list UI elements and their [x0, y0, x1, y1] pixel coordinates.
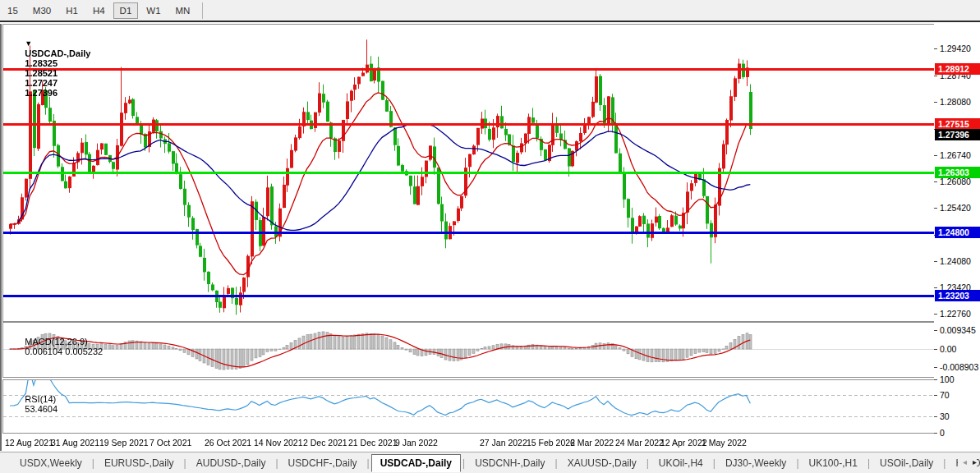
chart-tab-audusd-daily[interactable]: AUDUSD-,Daily — [188, 454, 274, 472]
timeframe-toolbar: 15M30H1H4D1W1MN — [0, 0, 980, 22]
axis-tick-mark — [934, 287, 937, 288]
chart-tab-ukoil-h4[interactable]: UKOil-,H4 — [651, 454, 711, 472]
toolbar-divider — [202, 2, 203, 19]
date-axis-label: 14 Nov 2021 — [254, 438, 303, 448]
tab-separator: | — [367, 457, 370, 469]
chart-tab-usoil-daily[interactable]: USOil-,Daily — [872, 454, 941, 472]
date-axis-label: 12 Aug 2021 — [5, 438, 53, 448]
axis-tick-mark — [934, 181, 937, 182]
tab-separator: | — [713, 457, 715, 469]
date-axis-label: 1 May 2022 — [702, 438, 747, 448]
tab-scroll-arrows: ◂▸ — [958, 457, 977, 466]
rsi-value: 53.4604 — [25, 404, 58, 414]
timeframe-button-h1[interactable]: H1 — [59, 2, 85, 19]
axis-tick-mark — [934, 416, 937, 417]
tab-separator: | — [646, 457, 649, 469]
axis-tick-mark — [934, 379, 937, 380]
date-axis-label: 15 Feb 2022 — [527, 438, 575, 448]
tab-separator: | — [867, 457, 870, 469]
date-axis-label: 2 Dec 2021 — [303, 438, 347, 448]
macd-axis-tick: 0.009345 — [940, 325, 976, 335]
axis-tick-mark — [934, 102, 937, 103]
collapse-triangle-icon[interactable]: ▼ — [25, 39, 32, 48]
chart-tab-usdcnh-daily[interactable]: USDCNH-,Daily — [467, 454, 553, 472]
date-axis-label: 6 Mar 2022 — [570, 438, 614, 448]
date-axis-label: 21 Dec 2021 — [348, 438, 398, 448]
chart-tab-dj30-weekly[interactable]: DJ30-,Weekly — [717, 454, 794, 472]
date-axis-label: 9 Jan 2022 — [395, 438, 438, 448]
price-level-tag: 1.26303 — [935, 167, 980, 178]
tab-separator: | — [555, 457, 558, 469]
rsi-axis-tick: 70 — [940, 390, 950, 400]
macd-name: MACD(12,26,9) — [25, 337, 87, 347]
timeframe-button-mn[interactable]: MN — [169, 2, 197, 19]
axis-tick-mark — [934, 367, 937, 368]
axis-tick-mark — [934, 76, 937, 76]
price-axis-tick: 1.24080 — [940, 256, 971, 266]
axis-tick-mark — [934, 48, 937, 49]
chart-tab-usdchf-daily[interactable]: USDCHF-,Daily — [280, 454, 366, 472]
chart-window: ▼ USDCAD-,Daily 1.28325 1.28521 1.27247 … — [0, 24, 980, 451]
chart-tab-usdx-weekly[interactable]: USDX,Weekly — [12, 454, 90, 472]
price-level-tag: 1.28912 — [935, 63, 980, 75]
price-axis: 1.294201.287401.280801.274001.267401.260… — [934, 24, 980, 451]
chart-title: ▼ USDCAD-,Daily 1.28325 1.28521 1.27247 … — [10, 29, 94, 108]
chart-tab-eurusd-daily[interactable]: EURUSD-,Daily — [96, 454, 182, 472]
date-axis: 12 Aug 202131 Aug 202119 Sep 20217 Oct 2… — [3, 434, 934, 451]
timeframe-button-d1[interactable]: D1 — [113, 2, 139, 19]
macd-axis-tick: 0.00 — [940, 344, 956, 354]
axis-tick-mark — [934, 314, 937, 315]
tab-separator: | — [796, 457, 798, 469]
ohlc-open: 1.28325 — [25, 58, 58, 68]
timeframe-button-h4[interactable]: H4 — [86, 2, 112, 19]
rsi-axis-tick: 0 — [940, 428, 945, 438]
price-level-tag: 1.27515 — [935, 118, 980, 130]
tab-separator: | — [943, 457, 945, 469]
tab-scroll-right-icon[interactable]: ▸ — [973, 457, 977, 466]
macd-values: 0.006104 0.005232 — [25, 347, 103, 356]
tab-separator: | — [462, 457, 465, 469]
axis-tick-mark — [934, 155, 937, 156]
timeframe-button-15[interactable]: 15 — [1, 2, 25, 19]
macd-indicator-canvas[interactable] — [3, 323, 934, 377]
axis-tick-mark — [934, 330, 937, 331]
price-axis-tick: 1.25420 — [940, 203, 971, 213]
price-level-tag: 1.24800 — [935, 227, 980, 238]
tab-separator: | — [92, 457, 94, 469]
tab-separator: | — [275, 457, 278, 469]
axis-tick-mark — [934, 261, 937, 262]
chart-tabbar: USDX,Weekly|EURUSD-,Daily|AUDUSD-,Daily|… — [0, 452, 980, 473]
macd-title: MACD(12,26,9) 0.006104 0.005232 — [10, 327, 103, 366]
axis-tick-mark — [934, 395, 937, 396]
rsi-axis-tick: 100 — [940, 374, 955, 384]
tab-scroll-left-icon[interactable]: ◂ — [963, 457, 967, 466]
ohlc-close: 1.27396 — [25, 88, 58, 98]
date-axis-label: 12 Apr 2022 — [660, 438, 707, 448]
chart-tab-uk100-h1[interactable]: UK100-,H1 — [801, 454, 866, 472]
price-axis-tick: 1.22760 — [940, 309, 971, 319]
date-axis-label: 26 Oct 2021 — [205, 438, 251, 448]
rsi-axis-tick: 30 — [940, 411, 950, 421]
price-level-tag: 1.27396 — [935, 129, 980, 140]
axis-tick-mark — [934, 349, 937, 350]
price-axis-tick: 1.29420 — [940, 44, 971, 53]
date-axis-label: 31 Aug 2021 — [51, 438, 99, 448]
macd-axis-tick: -0.008903 — [940, 362, 978, 372]
date-axis-label: 24 Mar 2022 — [615, 438, 664, 448]
rsi-title: RSI(14) 53.4604 — [10, 384, 58, 424]
chart-tab-xauusd-daily[interactable]: XAUUSD-,Daily — [559, 454, 645, 472]
ohlc-low: 1.27247 — [25, 78, 58, 88]
price-chart-canvas[interactable] — [3, 25, 934, 321]
rsi-indicator-canvas[interactable] — [3, 380, 934, 433]
timeframe-button-w1[interactable]: W1 — [140, 2, 167, 19]
timeframe-button-m30[interactable]: M30 — [26, 2, 58, 19]
date-axis-label: 7 Oct 2021 — [150, 438, 191, 448]
date-axis-label: 19 Sep 2021 — [99, 438, 149, 448]
rsi-name: RSI(14) — [25, 394, 56, 404]
price-level-tag: 1.23203 — [935, 290, 980, 301]
chart-tab-usdcad-daily[interactable]: USDCAD-,Daily — [371, 454, 461, 472]
mt4-window: 15M30H1H4D1W1MN ▼ USDCAD-,Daily 1.28325 … — [0, 0, 980, 473]
price-axis-tick: 1.28080 — [940, 97, 971, 107]
date-axis-label: 27 Jan 2022 — [480, 438, 527, 448]
symbol-label: USDCAD-,Daily — [25, 48, 90, 58]
